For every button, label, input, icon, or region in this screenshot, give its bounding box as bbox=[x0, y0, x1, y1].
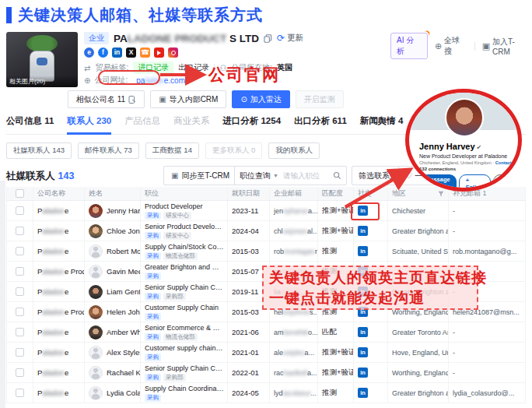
monitor-button[interactable]: 开启监测 bbox=[296, 90, 344, 108]
similar-companies-button[interactable]: 相似公司名 11 bbox=[68, 90, 145, 108]
tab-news[interactable]: 新闻舆情 4 bbox=[360, 115, 404, 127]
tab-import-analysis[interactable]: 进口分析 1254 bbox=[222, 115, 281, 127]
subtab-more-contacts[interactable]: 更多联系人 0 bbox=[205, 142, 262, 159]
job-query-dropdown[interactable]: 职位查询▼ bbox=[235, 171, 283, 181]
avatar bbox=[89, 386, 103, 400]
refresh-icon: ⟳ bbox=[277, 33, 285, 43]
tab-business-relations[interactable]: 商业关系 bbox=[173, 115, 209, 127]
row-checkbox[interactable] bbox=[16, 389, 24, 397]
phone-icon[interactable]: ☎ bbox=[140, 47, 150, 58]
photo-count-caption: 相关图片(20) bbox=[6, 76, 78, 87]
table-row[interactable]: Paladone Jenny Harvey Product Developer采… bbox=[7, 201, 525, 221]
youtube-icon[interactable] bbox=[154, 47, 164, 58]
website-note-text: 公司官网 bbox=[208, 64, 280, 86]
trade-tag-icon: ⇄ bbox=[84, 64, 90, 72]
global-search-button[interactable]: ⊕全球搜 bbox=[435, 35, 467, 57]
note-line-2: 一键点击就能发起沟通 bbox=[269, 288, 471, 308]
linkedin-icon[interactable]: in bbox=[112, 47, 122, 58]
company-cell: Paladone bbox=[33, 343, 85, 362]
row-checkbox[interactable] bbox=[16, 227, 24, 235]
filter-icon[interactable] bbox=[438, 191, 444, 197]
contact-info-link[interactable]: Contact info bbox=[495, 160, 521, 165]
select-all-checkbox[interactable] bbox=[16, 189, 24, 198]
linkedin-profile-icon[interactable] bbox=[358, 226, 368, 236]
tab-contacts[interactable]: 联系人 230 bbox=[67, 115, 111, 127]
import-crm-button[interactable]: ▣导入内部CRM bbox=[150, 90, 226, 108]
linkedin-profile-icon[interactable] bbox=[358, 327, 368, 337]
company-cell: Paladone Produc... bbox=[33, 302, 85, 322]
supp-email-cell: lydia_colasurdo@... bbox=[449, 383, 525, 403]
linkedin-profile-icon[interactable] bbox=[358, 246, 368, 256]
table-row[interactable]: Paladone Rachael Kelly Senior Supply Cha… bbox=[7, 363, 525, 383]
email-cell: robmontagann... bbox=[270, 241, 318, 261]
match-cell: 推测+验证 bbox=[318, 343, 354, 362]
email-cell: lydiacolasur... bbox=[270, 383, 318, 403]
subtab-social-contacts[interactable]: 社媒联系人 143 bbox=[6, 142, 72, 159]
website-arrow-annotation bbox=[159, 67, 207, 83]
subtab-email-contacts[interactable]: 邮件联系人 73 bbox=[78, 142, 139, 159]
company-cell: Paladone bbox=[33, 363, 85, 382]
row-checkbox[interactable] bbox=[16, 348, 24, 357]
table-row[interactable]: Paladone Amber Whitty Senior Ecommerce &… bbox=[7, 322, 525, 343]
region-cell: Hove, England, Uni... bbox=[388, 343, 449, 362]
title-cell: Greater Brighton and Hove Area采购 bbox=[141, 262, 228, 281]
linkedin-profile-icon[interactable] bbox=[358, 368, 368, 378]
page-title: 关键决策人邮箱、社媒等联系方式 bbox=[18, 5, 263, 26]
table-row[interactable]: Paladone Chloe Jones Senior Product Deve… bbox=[7, 221, 525, 241]
date-cell: 2024-05 bbox=[228, 383, 270, 403]
row-checkbox[interactable] bbox=[16, 247, 24, 255]
tab-company-info[interactable]: 公司信息 11 bbox=[6, 115, 54, 127]
section-title: 社媒联系人143 bbox=[6, 170, 74, 183]
title-cell: Customer Supply Chain采购 bbox=[141, 302, 228, 322]
match-cell: 推测+验证 bbox=[318, 221, 354, 241]
company-cell: Paladone bbox=[33, 282, 85, 301]
supp-email-cell: - bbox=[449, 363, 525, 382]
facebook-icon[interactable]: f bbox=[98, 47, 108, 58]
globe-icon: ⊕ bbox=[435, 41, 442, 51]
refresh-button[interactable]: ⟳更新 bbox=[277, 33, 303, 44]
col-date: 就职日期 bbox=[228, 187, 270, 200]
table-row[interactable]: Paladone Robert Monta... Supply Chain/St… bbox=[7, 241, 525, 262]
table-row[interactable]: Paladone Lydia Colasurdo Supply Chain Co… bbox=[7, 383, 525, 403]
copy-icon[interactable] bbox=[264, 34, 272, 43]
tab-export-analysis[interactable]: 出口分析 611 bbox=[294, 115, 347, 127]
linkedin-profile-preview: Jenny Harvey✔ New Product Developer at P… bbox=[405, 89, 522, 192]
subtab-registry-data[interactable]: 工商数据 14 bbox=[145, 142, 199, 159]
row-checkbox[interactable] bbox=[16, 287, 24, 296]
email-cell: chloejonesal... bbox=[270, 221, 318, 241]
row-checkbox[interactable] bbox=[16, 206, 24, 215]
title-cell: Product Developer采购研发中心 bbox=[141, 201, 228, 220]
company-cell: Paladone bbox=[33, 383, 85, 403]
linkedin-profile-icon[interactable] bbox=[358, 388, 368, 398]
row-checkbox[interactable] bbox=[16, 368, 24, 377]
sync-tcrm-button[interactable]: ▣同步至T-CRM bbox=[163, 166, 237, 185]
region-cell: Greater Brighton a... bbox=[388, 383, 449, 403]
website-icon[interactable]: e bbox=[84, 47, 94, 58]
note-line-1: 关键负责人的领英主页直达链接 bbox=[269, 268, 471, 288]
radar-icon: ⊙ bbox=[240, 95, 247, 104]
avatar bbox=[89, 325, 103, 339]
name-cell: Lydia Colasurdo bbox=[85, 383, 141, 403]
subtab-my-contacts[interactable]: 我的联系人 bbox=[268, 142, 320, 159]
region-cell: Worthing, England,... bbox=[388, 363, 449, 382]
join-tcrm-button[interactable]: ▣加入T-CRM bbox=[482, 37, 532, 56]
profile-arrow-annotation bbox=[336, 154, 422, 216]
company-photo[interactable]: 相关图片(20) bbox=[6, 32, 78, 87]
globe-icon: ⊕ bbox=[84, 76, 90, 85]
row-checkbox[interactable] bbox=[16, 267, 24, 276]
row-checkbox[interactable] bbox=[16, 308, 24, 316]
profile-connections: 132 connections bbox=[419, 167, 512, 171]
instagram-icon[interactable] bbox=[168, 47, 178, 58]
row-checkbox[interactable] bbox=[16, 328, 24, 336]
divider bbox=[474, 42, 475, 51]
job-search-input[interactable] bbox=[283, 171, 331, 180]
tab-products[interactable]: 产品信息 bbox=[124, 115, 160, 127]
name-cell: Amber Whitty bbox=[85, 322, 141, 342]
x-twitter-icon[interactable]: X bbox=[126, 47, 136, 58]
enterprise-badge: 企业 bbox=[84, 32, 109, 44]
add-radar-button[interactable]: ⊙加入雷达 bbox=[232, 90, 289, 108]
social-cell bbox=[354, 343, 388, 362]
table-row[interactable]: Paladone Alex Styles Customer supply cha… bbox=[7, 343, 525, 363]
ai-analysis-button[interactable]: AI 分析 bbox=[390, 33, 428, 59]
linkedin-profile-icon[interactable] bbox=[358, 347, 368, 357]
